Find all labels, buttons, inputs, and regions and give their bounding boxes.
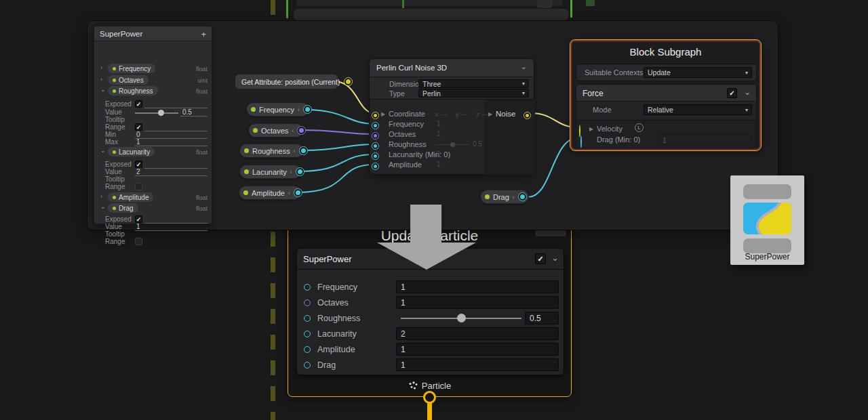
property-pill-roughness[interactable]: Roughness <box>108 86 158 96</box>
port-lacunarity[interactable] <box>304 331 311 337</box>
chevron-down-icon[interactable]: ⌄ <box>521 62 527 71</box>
port-roughness[interactable] <box>304 315 311 322</box>
force-enabled-checkbox[interactable]: ✓ <box>727 88 737 98</box>
param-node-amplitude[interactable]: Amplitude ‹ <box>239 186 301 200</box>
param-node-frequency[interactable]: Frequency ‹ <box>246 102 309 117</box>
block-row: Octaves 1 <box>297 295 564 311</box>
value-slider-knob[interactable] <box>158 110 164 116</box>
lacunarity-input[interactable]: 2 <box>396 327 559 340</box>
expand-arrow-icon[interactable]: ▶ <box>589 126 593 132</box>
field-underline <box>135 230 208 231</box>
chevron-down-icon[interactable]: ⌄ <box>100 86 106 93</box>
node-title: Perlin Curl Noise 3D <box>376 64 447 72</box>
blackboard-panel[interactable]: SuperPower + › Frequency float › Octaves… <box>94 26 212 224</box>
input-label: Lacunarity (Min: 0) <box>389 150 450 159</box>
input-label: Roughness <box>389 140 427 148</box>
port-drag[interactable] <box>304 362 311 369</box>
dimensions-dropdown[interactable]: Three ▾ <box>418 79 529 88</box>
suitable-contexts-dropdown[interactable]: Update ▾ <box>644 67 752 78</box>
input-label: Amplitude <box>389 161 422 169</box>
row-label: Frequency <box>317 282 357 292</box>
collapse-icon[interactable]: ‹ <box>298 106 300 113</box>
chevron-down-icon[interactable]: ⌄ <box>100 203 106 210</box>
drag-input-port[interactable] <box>580 135 582 148</box>
input-value: 0.5 <box>473 140 482 148</box>
row-label: Roughness <box>317 314 360 323</box>
collapse-icon[interactable]: ‹ <box>294 148 296 154</box>
collapse-icon[interactable]: ‹ <box>290 169 292 175</box>
octaves-input[interactable]: 1 <box>396 296 559 309</box>
drag-input[interactable]: 1 <box>396 358 559 371</box>
amplitude-input[interactable]: 1 <box>396 343 559 356</box>
input-label: Octaves <box>389 130 416 138</box>
param-node-octaves[interactable]: Octaves ‹ <box>248 123 303 138</box>
port-frequency[interactable] <box>304 284 311 291</box>
param-output-port[interactable] <box>294 188 302 197</box>
range-checkbox[interactable] <box>135 183 142 190</box>
field-underline <box>144 167 208 169</box>
value-slider-track[interactable] <box>135 112 178 114</box>
expand-arrow-icon[interactable]: ▶ <box>381 111 385 117</box>
collapse-icon[interactable]: ‹ <box>513 194 515 201</box>
type-dropdown[interactable]: Perlin ▾ <box>418 89 529 98</box>
exposed-checkbox[interactable]: ✓ <box>135 215 142 223</box>
roughness-input-port[interactable] <box>372 142 379 150</box>
param-node-lacunarity[interactable]: Lacunarity ‹ <box>239 165 301 179</box>
property-type: uint <box>197 77 208 84</box>
property-pill-drag[interactable]: Drag <box>108 203 138 213</box>
param-node-roughness[interactable]: Roughness ‹ <box>239 144 304 158</box>
property-pill-amplitude[interactable]: Amplitude <box>108 192 153 202</box>
exposed-dot-icon <box>485 194 490 199</box>
collapse-icon[interactable]: ‹ <box>288 190 290 196</box>
get-attribute-node[interactable]: Get Attribute: position (Current) <box>235 74 338 89</box>
chevron-down-icon[interactable]: ⌄ <box>551 253 559 263</box>
property-pill-frequency[interactable]: Frequency <box>108 64 155 73</box>
chevron-right-icon[interactable]: › <box>100 64 102 71</box>
block-enabled-checkbox[interactable]: ✓ <box>535 253 546 264</box>
amplitude-input-port[interactable] <box>372 163 379 170</box>
add-property-button[interactable]: + <box>201 29 206 39</box>
exposed-checkbox[interactable]: ✓ <box>135 161 142 168</box>
chevron-right-icon[interactable]: › <box>100 193 102 200</box>
context-footer-label: Particle <box>422 381 451 391</box>
param-output-port[interactable] <box>299 146 308 155</box>
field-underline <box>135 145 208 146</box>
param-output-port[interactable] <box>296 167 304 176</box>
property-pill-octaves[interactable]: Octaves <box>108 75 149 85</box>
range-checkbox[interactable] <box>135 238 142 245</box>
input-label: Coordinate <box>389 110 425 118</box>
chevron-down-icon[interactable]: ⌄ <box>744 87 751 97</box>
chevron-down-icon[interactable]: ⌄ <box>100 147 106 154</box>
exposed-checkbox[interactable]: ✓ <box>135 100 142 108</box>
param-output-port[interactable] <box>303 105 312 114</box>
port-octaves[interactable] <box>304 299 311 306</box>
superpower-asset-tile[interactable]: SuperPower <box>730 175 804 265</box>
frequency-input-port[interactable] <box>372 122 379 129</box>
mode-dropdown[interactable]: Relative ▾ <box>644 104 752 115</box>
property-pill-lacunarity[interactable]: Lacunarity <box>108 147 155 156</box>
collapse-icon[interactable]: ‹ <box>292 127 294 134</box>
blackboard-header: SuperPower + <box>94 26 212 41</box>
node-header[interactable]: Perlin Curl Noise 3D ⌄ <box>370 59 534 77</box>
flow-edge-green-stub <box>586 0 595 6</box>
range-checkbox[interactable]: ✓ <box>135 123 142 131</box>
force-block[interactable]: Force ✓ ⌄ Mode Relative ▾ ▶ Velocity L D… <box>576 84 757 147</box>
param-node-drag[interactable]: Drag ‹ <box>480 190 529 204</box>
field-label: Exposed <box>105 161 132 168</box>
chevron-right-icon[interactable]: › <box>100 76 102 83</box>
context-flow-anchor[interactable] <box>423 391 436 404</box>
coordinate-input-port[interactable] <box>372 112 379 119</box>
param-output-port[interactable] <box>518 192 527 201</box>
octaves-input-port[interactable] <box>372 132 379 140</box>
roughness-slider-knob[interactable] <box>457 314 466 322</box>
property-type: float <box>196 194 208 201</box>
roughness-input[interactable]: 0.5 <box>525 312 559 324</box>
local-space-badge[interactable]: L <box>635 123 644 132</box>
flow-edge-green <box>402 0 404 8</box>
port-amplitude[interactable] <box>304 346 311 353</box>
frequency-input[interactable]: 1 <box>396 280 559 293</box>
block-subgraph-context[interactable]: Block Subgraph Suitable Contexts Update … <box>570 39 762 151</box>
noise-output-port[interactable] <box>524 112 531 119</box>
lacunarity-input-port[interactable] <box>372 152 379 160</box>
perlin-curl-noise-node[interactable]: Perlin Curl Noise 3D ⌄ Dimensions Three … <box>369 58 534 175</box>
